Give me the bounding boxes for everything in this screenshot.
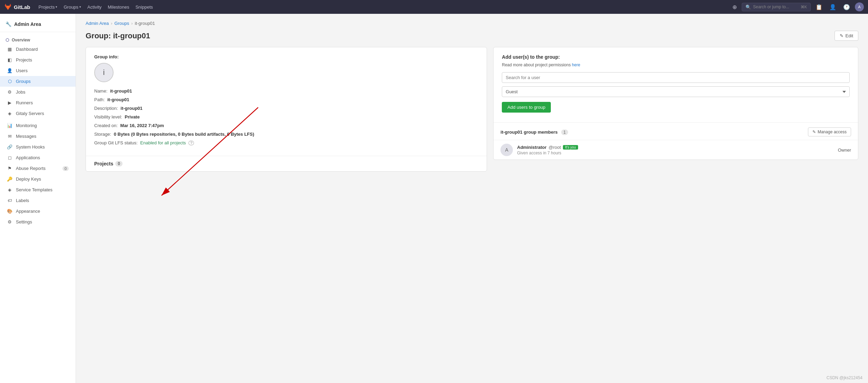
member-info: Administrator @root It's you Given acces… (517, 145, 838, 155)
sidebar-item-messages[interactable]: ✉ Messages (0, 131, 76, 142)
sidebar-item-deploy-keys[interactable]: 🔑 Deploy Keys (0, 174, 76, 184)
user-avatar[interactable]: A (855, 2, 864, 11)
dashboard-label: Dashboard (16, 47, 38, 52)
page-title: Group: it-group01 (86, 31, 150, 40)
brand-text: GitLab (14, 4, 30, 10)
overview-label: Overview (12, 38, 30, 42)
deploy-keys-label: Deploy Keys (16, 176, 41, 182)
group-avatar: i (94, 63, 114, 82)
info-path: Path: it-group01 (94, 97, 478, 102)
sidebar-item-gitaly[interactable]: ◈ Gitaly Servers (0, 108, 76, 119)
edit-label: Edit (846, 33, 853, 38)
sidebar-item-system-hooks[interactable]: 🔗 System Hooks (0, 142, 76, 152)
nav-activity[interactable]: Activity (85, 3, 104, 11)
group-info-card: Group info: i Name: it-group01 Path: it-… (86, 47, 487, 172)
sidebar-item-service-templates[interactable]: ◈ Service Templates (0, 184, 76, 195)
visibility-label: Visibility level: (94, 114, 122, 119)
info-storage: Storage: 0 Bytes (0 Bytes repositories, … (94, 132, 478, 137)
manage-access-label: Manage access (818, 130, 847, 134)
issue-icon[interactable]: ⊕ (730, 2, 739, 12)
breadcrumb-admin-area[interactable]: Admin Area (86, 21, 109, 26)
its-you-badge: It's you (563, 145, 578, 150)
help-icon[interactable]: ? (188, 141, 194, 145)
sidebar-item-applications[interactable]: ◻ Applications (0, 152, 76, 163)
search-placeholder: Search or jump to... (753, 4, 789, 9)
sidebar-item-groups[interactable]: ⬡ Groups (0, 76, 76, 87)
permission-link-here[interactable]: here (572, 63, 580, 67)
settings-icon: ⚙ (7, 219, 12, 224)
sidebar-item-runners[interactable]: ▶ Runners (0, 97, 76, 108)
lfs-value[interactable]: Enabled for all projects (140, 140, 186, 145)
sidebar-item-monitoring[interactable]: 📊 Monitoring (0, 120, 76, 131)
appearance-label: Appearance (16, 209, 40, 214)
add-users-button[interactable]: Add users to group (502, 102, 551, 113)
breadcrumb-sep-1: › (111, 21, 112, 26)
cards-row: Group info: i Name: it-group01 Path: it-… (86, 47, 858, 172)
members-title-row: it-group01 group members 1 (500, 129, 568, 135)
sidebar-item-dashboard[interactable]: ▦ Dashboard (0, 44, 76, 55)
sidebar-item-labels[interactable]: 🏷 Labels (0, 195, 76, 206)
abuse-badge: 0 (62, 166, 69, 171)
sidebar-item-projects[interactable]: ◧ Projects (0, 55, 76, 65)
manage-access-button[interactable]: ✎ Manage access (808, 127, 851, 136)
top-nav-right: ⊕ 🔍 Search or jump to... ⌘K 📋 👤 🕐 A (730, 2, 864, 12)
sidebar-section-overview: ⬡ Overview (0, 35, 76, 44)
member-row: A Administrator @root It's you Given acc… (494, 140, 858, 160)
member-avatar: A (500, 144, 513, 156)
hooks-label: System Hooks (16, 144, 45, 150)
edit-button[interactable]: ✎ Edit (835, 31, 858, 41)
nav-book-icon[interactable]: 📋 (813, 2, 825, 12)
sidebar-item-users[interactable]: 👤 Users (0, 65, 76, 76)
users-icon: 👤 (7, 68, 12, 73)
search-shortcut: ⌘K (801, 5, 807, 9)
members-count: 1 (561, 130, 568, 135)
top-nav-links: Projects ▾ Groups ▾ Activity Milestones … (36, 3, 731, 11)
hooks-icon: 🔗 (7, 144, 12, 150)
projects-section: Projects 0 (86, 156, 487, 171)
labels-icon: 🏷 (7, 198, 12, 203)
groups-label: Groups (16, 79, 31, 84)
watermark: CSDN @jks212454 (827, 375, 862, 380)
edit-icon: ✎ (840, 33, 843, 38)
appearance-icon: 🎨 (7, 209, 12, 214)
page-header: Group: it-group01 ✎ Edit (86, 31, 858, 41)
group-avatar-letter: i (103, 68, 105, 77)
service-templates-icon: ◈ (7, 187, 12, 192)
sidebar-item-appearance[interactable]: 🎨 Appearance (0, 206, 76, 217)
sidebar-item-settings[interactable]: ⚙ Settings (0, 217, 76, 227)
gitaly-icon: ◈ (7, 111, 12, 116)
service-templates-label: Service Templates (16, 187, 52, 192)
member-username: @root (549, 145, 561, 150)
info-visibility: Visibility level: Private (94, 114, 478, 119)
group-info-title: Group info: (94, 54, 478, 59)
add-users-body: Add user(s) to the group: Read more abou… (494, 47, 858, 119)
breadcrumb: Admin Area › Groups › it-group01 (86, 21, 858, 26)
search-box[interactable]: 🔍 Search or jump to... ⌘K (742, 3, 811, 11)
sidebar-item-abuse-reports[interactable]: ⚑ Abuse Reports 0 (0, 163, 76, 174)
members-header: it-group01 group members 1 ✎ Manage acce… (494, 122, 858, 140)
groups-icon: ⬡ (7, 79, 12, 84)
sidebar: 🔧 Admin Area ⬡ Overview ▦ Dashboard ◧ Pr… (0, 14, 76, 383)
group-info-body: Group info: i Name: it-group01 Path: it-… (86, 47, 487, 156)
projects-label: Projects (16, 57, 32, 63)
breadcrumb-current: it-group01 (135, 21, 155, 26)
nav-groups-label: Groups (64, 4, 78, 10)
permission-link: Read more about project permissions here (502, 63, 850, 67)
nav-user-icon[interactable]: 👤 (827, 2, 838, 12)
nav-snippets[interactable]: Snippets (133, 3, 156, 11)
nav-clock-icon[interactable]: 🕐 (841, 2, 852, 12)
role-select[interactable]: Guest Reporter Developer Maintainer Owne… (502, 86, 850, 97)
brand-logo[interactable]: GitLab (4, 3, 30, 11)
search-user-input[interactable] (502, 72, 850, 83)
visibility-value: Private (125, 114, 139, 119)
nav-groups[interactable]: Groups ▾ (61, 3, 84, 11)
nav-milestones[interactable]: Milestones (105, 3, 132, 11)
members-title: it-group01 group members (500, 130, 557, 135)
created-value: Mar 16, 2022 7:47pm (120, 123, 164, 128)
nav-projects[interactable]: Projects ▾ (36, 3, 60, 11)
storage-value: 0 Bytes (0 Bytes repositories, 0 Bytes b… (114, 132, 254, 137)
breadcrumb-groups[interactable]: Groups (115, 21, 129, 26)
description-label: Description: (94, 106, 118, 111)
nav-snippets-label: Snippets (135, 4, 153, 10)
sidebar-item-jobs[interactable]: ⚙ Jobs (0, 87, 76, 97)
